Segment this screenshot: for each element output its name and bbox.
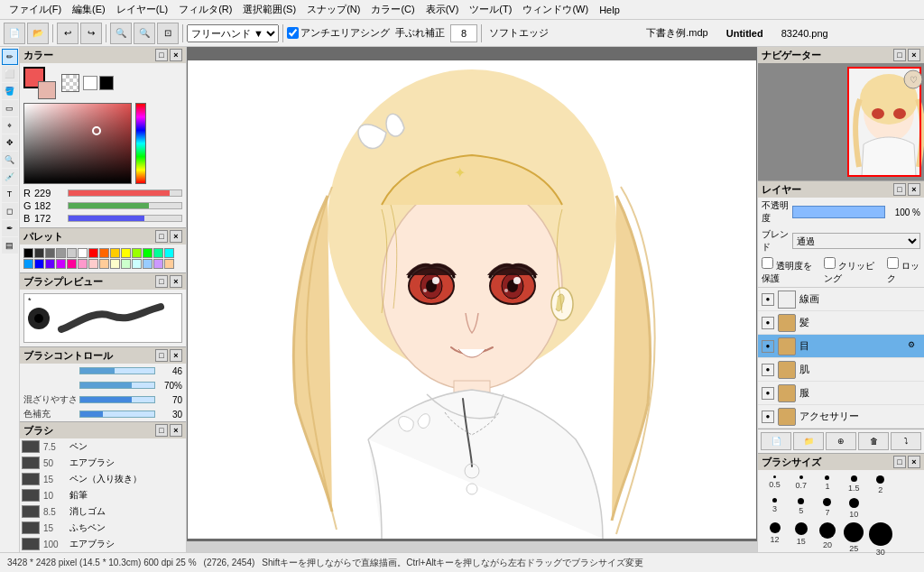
brush-size-option[interactable]: 1 xyxy=(816,475,838,494)
palette-color-cell[interactable] xyxy=(23,248,33,258)
blend-mode-select[interactable]: 通過 xyxy=(792,233,920,249)
brush-size-option[interactable]: 3 xyxy=(763,498,786,519)
clipping-checkbox[interactable] xyxy=(824,257,836,269)
palette-color-cell[interactable] xyxy=(110,248,120,258)
brush-size-option[interactable]: 15 xyxy=(790,522,812,557)
palette-color-cell[interactable] xyxy=(153,259,163,269)
palette-color-cell[interactable] xyxy=(121,248,131,258)
brushsize-close[interactable]: × xyxy=(908,456,920,468)
transparent-swatch[interactable] xyxy=(61,74,79,92)
palette-color-cell[interactable] xyxy=(78,248,88,258)
brush-size-option[interactable]: 0.7 xyxy=(790,475,812,494)
layer-visibility-toggle[interactable]: ● xyxy=(762,364,774,376)
layer-visibility-toggle[interactable]: ● xyxy=(762,411,774,423)
tool-move[interactable]: ✥ xyxy=(2,134,18,151)
brush-list-close[interactable]: × xyxy=(170,424,182,437)
palette-color-cell[interactable] xyxy=(78,259,88,269)
navigator-close[interactable]: × xyxy=(908,49,920,61)
tool-mode-select[interactable]: フリーハンド ▼ xyxy=(187,24,279,42)
palette-color-cell[interactable] xyxy=(67,259,77,269)
tool-shape[interactable]: ◻ xyxy=(2,203,18,219)
toolbar-undo[interactable]: ↩ xyxy=(57,23,79,44)
tool-pen[interactable]: ✒ xyxy=(2,220,18,236)
palette-color-cell[interactable] xyxy=(153,248,163,258)
brush-size-option[interactable] xyxy=(896,498,919,519)
brush-list-item[interactable]: 50エアブラシ xyxy=(20,455,186,471)
toolbar-fit[interactable]: ⊡ xyxy=(157,23,179,44)
palette-color-cell[interactable] xyxy=(164,259,174,269)
g-bar-container[interactable] xyxy=(68,202,182,209)
toolbar-redo[interactable]: ↪ xyxy=(80,23,102,44)
brush-size-option[interactable]: 0.5 xyxy=(763,475,786,494)
brush-size-option[interactable]: 10 xyxy=(843,498,865,519)
palette-color-cell[interactable] xyxy=(34,248,44,258)
menu-layer[interactable]: レイヤー(L) xyxy=(111,1,173,18)
brush-size-option[interactable]: 25 xyxy=(843,522,865,557)
palette-close[interactable]: × xyxy=(170,230,182,243)
tool-zoom[interactable]: 🔍 xyxy=(2,152,18,168)
smoothing-input[interactable] xyxy=(450,24,477,42)
palette-color-cell[interactable] xyxy=(56,248,66,258)
menu-view[interactable]: 表示(V) xyxy=(420,1,465,18)
menu-tool[interactable]: ツール(T) xyxy=(464,1,517,18)
tool-eraser[interactable]: ⬜ xyxy=(2,66,18,82)
color-panel-float[interactable]: □ xyxy=(155,49,168,61)
brush-list-item[interactable]: 15ふちペン xyxy=(20,520,186,536)
menu-filter[interactable]: フィルタ(R) xyxy=(173,1,237,18)
tool-eyedropper[interactable]: 💉 xyxy=(2,169,18,185)
tool-brush[interactable]: ✏ xyxy=(2,49,18,65)
brush-list-item[interactable]: 10鉛筆 xyxy=(20,487,186,503)
menu-window[interactable]: ウィンドウ(W) xyxy=(517,1,594,18)
layer-visibility-toggle[interactable]: ● xyxy=(762,387,774,400)
layer-new-btn[interactable]: 📄 xyxy=(761,432,791,450)
brush-control-close[interactable]: × xyxy=(170,349,182,362)
brush-list-item[interactable]: 15ペン（入り抜き） xyxy=(20,471,186,487)
navigator-float[interactable]: □ xyxy=(893,49,906,61)
palette-float[interactable]: □ xyxy=(155,230,168,243)
palette-color-cell[interactable] xyxy=(132,248,142,258)
transparency-protect-checkbox[interactable] xyxy=(762,257,773,269)
r-bar-container[interactable] xyxy=(68,189,182,197)
layer-item[interactable]: ●髪 xyxy=(758,311,924,335)
lock-label[interactable]: ロック xyxy=(887,257,920,285)
brush-size-option[interactable]: 30 xyxy=(869,522,892,557)
color-panel-close[interactable]: × xyxy=(170,49,182,61)
tool-lasso[interactable]: ⌖ xyxy=(2,117,18,134)
brush-size-option[interactable]: 7 xyxy=(816,498,838,519)
layer-folder-btn[interactable]: 📁 xyxy=(793,432,824,450)
tool-fill[interactable]: 🪣 xyxy=(2,83,18,99)
layer-merge-btn[interactable]: ⤵ xyxy=(891,432,921,450)
color-gradient-box[interactable] xyxy=(23,103,132,184)
layer-item[interactable]: ●アクセサリー xyxy=(758,405,924,429)
palette-color-cell[interactable] xyxy=(56,259,66,269)
palette-color-cell[interactable] xyxy=(67,248,77,258)
bc-replenish-slider[interactable] xyxy=(79,408,155,420)
palette-color-cell[interactable] xyxy=(121,259,131,269)
palette-color-cell[interactable] xyxy=(164,248,174,258)
menu-color[interactable]: カラー(C) xyxy=(365,1,420,18)
transparency-protect-label[interactable]: 透明度を保護 xyxy=(762,257,817,285)
brush-size-option[interactable]: 2 xyxy=(869,475,892,494)
menu-select[interactable]: 選択範囲(S) xyxy=(237,1,301,18)
palette-color-cell[interactable] xyxy=(99,248,109,258)
palette-color-cell[interactable] xyxy=(34,259,44,269)
layer-delete-btn[interactable]: 🗑 xyxy=(858,432,889,450)
palette-color-cell[interactable] xyxy=(23,259,33,269)
palette-color-cell[interactable] xyxy=(88,259,98,269)
menu-snap[interactable]: スナップ(N) xyxy=(301,1,365,18)
palette-color-cell[interactable] xyxy=(88,248,98,258)
brush-preview-float[interactable]: □ xyxy=(155,275,168,288)
brush-list-float[interactable]: □ xyxy=(155,424,168,437)
layer-panel-float[interactable]: □ xyxy=(893,183,906,196)
menu-edit[interactable]: 編集(E) xyxy=(67,1,111,18)
toolbar-zoom-in[interactable]: 🔍 xyxy=(110,23,132,44)
toolbar-open[interactable]: 📂 xyxy=(27,23,49,44)
opacity-slider[interactable] xyxy=(792,206,885,218)
palette-color-cell[interactable] xyxy=(132,259,142,269)
layer-visibility-toggle[interactable]: ● xyxy=(762,317,774,329)
layer-item[interactable]: ●肌 xyxy=(758,358,924,382)
canvas-horizontal-scrollbar[interactable] xyxy=(187,541,757,552)
canvas-area[interactable]: ✦ xyxy=(187,47,757,552)
brush-list-item[interactable]: 8.5消しゴム xyxy=(20,503,186,520)
bc-size-slider[interactable] xyxy=(79,364,155,377)
